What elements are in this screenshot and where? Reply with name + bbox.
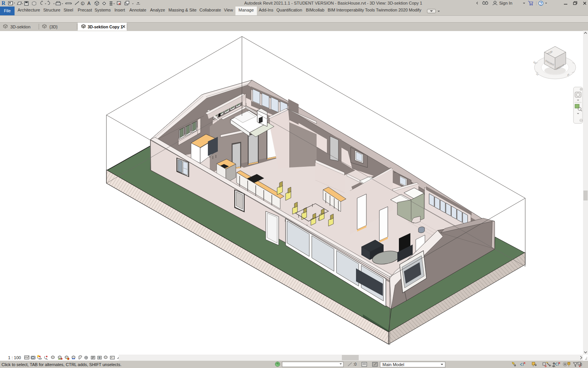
svg-text:Sign In: Sign In (499, 1, 512, 5)
svg-text::0: :0 (353, 362, 357, 366)
svg-text:1: 1 (82, 2, 83, 5)
svg-text:Main Model: Main Model (382, 362, 404, 367)
svg-text:?: ? (540, 2, 542, 6)
svg-text:A: A (87, 1, 91, 6)
svg-text:R: R (2, 0, 6, 6)
svg-text::0: :0 (579, 363, 582, 367)
